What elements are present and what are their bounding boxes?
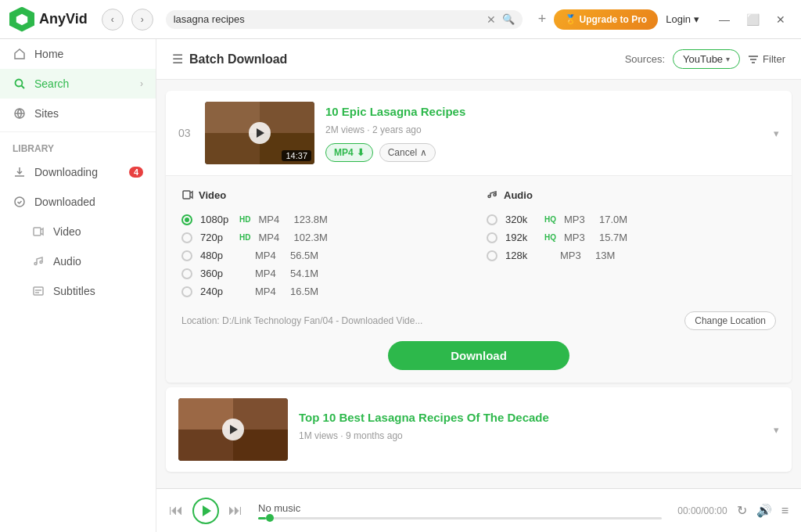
- format-row-360p[interactable]: 360p MP4 54.1M: [181, 264, 471, 282]
- duration-1: 14:37: [282, 150, 311, 161]
- hamburger-icon[interactable]: ☰: [172, 52, 183, 66]
- bottom-player: ⏮ ⏭ No music 00:00/00:00 ↻ 🔊 ≡: [156, 488, 801, 532]
- player-play-button[interactable]: [192, 498, 219, 524]
- player-progress-dot: [266, 514, 274, 522]
- search-arrow-icon: ›: [140, 78, 143, 89]
- volume-icon[interactable]: 🔊: [756, 503, 772, 518]
- format-row-128k[interactable]: 128k MP3 13M: [487, 246, 776, 264]
- cancel-button-1[interactable]: Cancel ∧: [379, 143, 436, 162]
- sidebar: Home Search › Sites Library Downloading …: [0, 39, 156, 532]
- sites-icon: [13, 106, 27, 120]
- location-text: Location: D:/Link Technology Fan/04 - Do…: [181, 315, 677, 326]
- app-logo: AnyVid: [9, 7, 88, 32]
- download-button[interactable]: Download: [388, 341, 569, 370]
- home-icon: [13, 47, 27, 61]
- login-button[interactable]: Login ▾: [666, 13, 699, 25]
- sidebar-item-downloading[interactable]: Downloading 4: [0, 157, 156, 187]
- title-bar: AnyVid ‹ › lasagna recipes ✕ 🔍 + 🏅 Upgra…: [0, 0, 801, 39]
- format-row-320k[interactable]: 320kHQ MP3 17.0M: [487, 210, 776, 228]
- card-2-expand-icon[interactable]: ▾: [774, 424, 779, 436]
- player-prev-button[interactable]: ⏮: [169, 502, 183, 519]
- radio-360p[interactable]: [181, 268, 192, 279]
- svg-point-13: [488, 196, 490, 198]
- svg-rect-6: [34, 228, 41, 235]
- library-header: Library: [0, 135, 156, 157]
- svg-point-8: [40, 261, 42, 264]
- repeat-icon[interactable]: ↻: [737, 503, 747, 518]
- card-1-collapse-icon[interactable]: ▾: [774, 128, 779, 139]
- results-scroll: 03 14:37 10 Epic Lasagna Recipes: [156, 80, 801, 488]
- radio-480p[interactable]: [181, 250, 192, 261]
- radio-192k[interactable]: [487, 232, 497, 243]
- player-progress[interactable]: [258, 517, 662, 519]
- audio-col-icon: [487, 189, 499, 201]
- radio-320k[interactable]: [487, 214, 497, 225]
- maximize-button[interactable]: ⬜: [742, 9, 763, 31]
- source-select[interactable]: YouTube ▾: [673, 49, 740, 69]
- sidebar-item-subtitles[interactable]: Subtitles: [0, 276, 156, 306]
- tab-text: lasagna recipes: [174, 13, 480, 25]
- change-location-button[interactable]: Change Location: [684, 311, 776, 330]
- video-card-2-header: Top 10 Best Lasagna Recipes Of The Decad…: [166, 387, 792, 472]
- subtitles-icon: [31, 284, 45, 298]
- downloaded-icon: [13, 195, 27, 209]
- video-card-1-header: 03 14:37 10 Epic Lasagna Recipes: [166, 91, 792, 175]
- thumbnail-1: 14:37: [205, 102, 314, 164]
- thumbnail-2: [178, 398, 288, 461]
- app-name: AnyVid: [39, 11, 88, 27]
- forward-button[interactable]: ›: [131, 9, 153, 31]
- radio-1080p[interactable]: [181, 214, 192, 225]
- playlist-icon[interactable]: ≡: [781, 504, 788, 518]
- source-chevron-icon: ▾: [726, 55, 730, 63]
- toolbar: ☰ Batch Download Sources: YouTube ▾ Filt…: [156, 39, 801, 80]
- format-footer: Location: D:/Link Technology Fan/04 - Do…: [181, 311, 776, 330]
- sites-label: Sites: [34, 107, 143, 120]
- tab-search-icon[interactable]: 🔍: [502, 13, 515, 25]
- mp4-badge-1[interactable]: MP4 ⬇: [325, 143, 373, 162]
- downloading-label: Downloading: [34, 166, 121, 178]
- downloading-icon: [13, 165, 27, 179]
- back-button[interactable]: ‹: [102, 9, 124, 31]
- filter-button[interactable]: Filter: [748, 53, 785, 65]
- main-layout: Home Search › Sites Library Downloading …: [0, 39, 801, 532]
- format-columns: Video 1080pHD MP4 123.8M: [181, 189, 776, 300]
- audio-icon: [31, 254, 45, 268]
- player-time: 00:00/00:00: [677, 505, 727, 516]
- svg-rect-9: [34, 287, 43, 295]
- sidebar-item-search[interactable]: Search ›: [0, 69, 156, 99]
- player-controls-right: ↻ 🔊 ≡: [737, 503, 788, 518]
- minimize-button[interactable]: —: [713, 9, 735, 31]
- video-meta-1: 2M views · 2 years ago: [325, 124, 763, 135]
- play-overlay-1[interactable]: [249, 122, 271, 144]
- player-next-button[interactable]: ⏭: [228, 502, 242, 519]
- format-row-720p[interactable]: 720pHD MP4 102.3M: [181, 228, 471, 246]
- sidebar-item-home[interactable]: Home: [0, 39, 156, 69]
- format-video-col: Video 1080pHD MP4 123.8M: [181, 189, 471, 300]
- radio-240p[interactable]: [181, 286, 192, 297]
- format-row-240p[interactable]: 240p MP4 16.5M: [181, 282, 471, 300]
- sidebar-item-sites[interactable]: Sites: [0, 99, 156, 128]
- radio-720p[interactable]: [181, 232, 192, 243]
- sidebar-item-video[interactable]: Video: [0, 217, 156, 246]
- video-meta-2: 1M views · 9 months ago: [299, 430, 763, 441]
- format-panel-1: Video 1080pHD MP4 123.8M: [166, 175, 792, 383]
- video-card-1: 03 14:37 10 Epic Lasagna Recipes: [166, 91, 792, 383]
- format-row-480p[interactable]: 480p MP4 56.5M: [181, 246, 471, 264]
- new-tab-button[interactable]: +: [538, 11, 547, 27]
- close-button[interactable]: ✕: [770, 9, 792, 31]
- format-row-192k[interactable]: 192kHQ MP3 15.7M: [487, 228, 776, 246]
- filter-label: Filter: [763, 53, 785, 65]
- search-icon: [13, 77, 27, 91]
- toolbar-title: Batch Download: [189, 52, 287, 66]
- toolbar-left: ☰ Batch Download: [172, 52, 616, 66]
- sidebar-item-downloaded[interactable]: Downloaded: [0, 187, 156, 217]
- sidebar-item-audio[interactable]: Audio: [0, 246, 156, 276]
- radio-128k[interactable]: [487, 250, 497, 261]
- svg-point-7: [34, 263, 37, 265]
- play-overlay-2[interactable]: [222, 419, 244, 440]
- video-info-2: Top 10 Best Lasagna Recipes Of The Decad…: [299, 410, 763, 449]
- format-row-1080p[interactable]: 1080pHD MP4 123.8M: [181, 210, 471, 228]
- tab-close-icon[interactable]: ✕: [487, 13, 496, 26]
- upgrade-button[interactable]: 🏅 Upgrade to Pro: [554, 9, 658, 30]
- player-progress-fill: [258, 517, 266, 519]
